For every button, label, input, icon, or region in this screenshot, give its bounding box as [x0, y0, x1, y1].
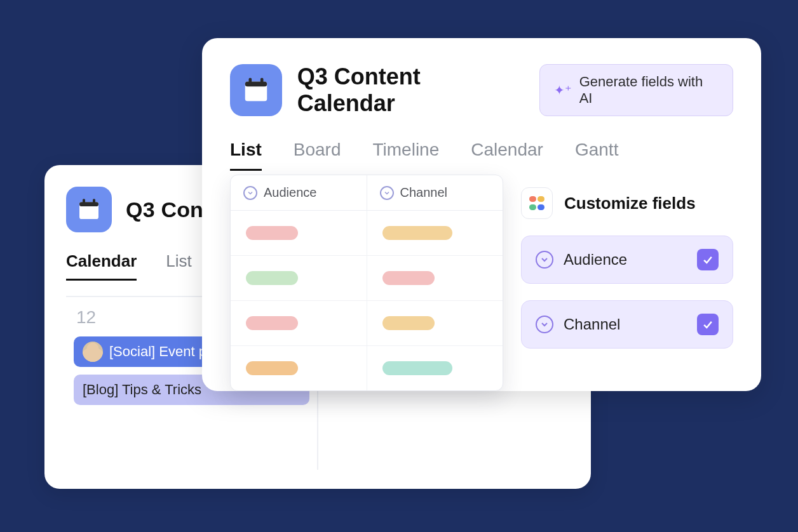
field-checkbox[interactable] — [697, 249, 719, 270]
check-icon — [701, 318, 714, 331]
value-pill — [246, 361, 298, 375]
svg-rect-5 — [245, 82, 267, 87]
cell-audience[interactable] — [231, 256, 367, 300]
svg-rect-10 — [529, 204, 536, 210]
value-pill — [246, 226, 298, 240]
generate-fields-ai-button[interactable]: ✦⁺ Generate fields with AI — [539, 64, 733, 116]
list-header-row: Audience Channel — [231, 175, 503, 211]
cell-channel[interactable] — [367, 211, 503, 255]
value-pill — [246, 316, 298, 330]
cell-audience[interactable] — [231, 211, 367, 255]
front-card-header: Q3 Content Calendar ✦⁺ Generate fields w… — [230, 63, 733, 117]
table-row — [231, 346, 503, 390]
field-label: Audience — [564, 251, 627, 269]
tab-gantt[interactable]: Gantt — [575, 140, 618, 171]
tab-list-back[interactable]: List — [166, 251, 191, 281]
field-toggle-audience[interactable]: Audience — [521, 236, 733, 284]
fields-icon — [521, 187, 553, 219]
tab-calendar[interactable]: Calendar — [471, 140, 543, 171]
cell-audience[interactable] — [231, 301, 367, 345]
customize-fields-panel: Customize fields Audience Channel — [521, 175, 733, 390]
svg-rect-1 — [79, 202, 98, 206]
value-pill — [382, 316, 435, 330]
customize-title-row: Customize fields — [521, 187, 733, 219]
cell-channel[interactable] — [367, 256, 503, 300]
list-preview-grid: Audience Channel — [230, 175, 503, 391]
svg-rect-2 — [83, 199, 85, 204]
tab-timeline[interactable]: Timeline — [373, 140, 440, 171]
cell-channel[interactable] — [367, 346, 503, 390]
table-row — [231, 301, 503, 346]
customize-title: Customize fields — [564, 194, 696, 213]
svg-rect-3 — [93, 199, 95, 204]
table-row — [231, 211, 503, 256]
sparkle-icon: ✦⁺ — [554, 84, 572, 96]
calendar-icon — [241, 76, 271, 105]
field-label: Channel — [564, 316, 620, 333]
event-label: [Blog] Tips & Tricks — [83, 382, 201, 398]
chevron-down-icon — [380, 186, 394, 200]
field-checkbox[interactable] — [697, 314, 719, 335]
front-body: Audience Channel — [230, 175, 733, 391]
list-view-card: Q3 Content Calendar ✦⁺ Generate fields w… — [202, 38, 761, 391]
svg-rect-6 — [248, 78, 252, 84]
chevron-down-icon — [243, 186, 257, 200]
check-icon — [701, 253, 714, 266]
svg-rect-11 — [538, 204, 544, 210]
column-label: Channel — [400, 185, 448, 200]
calendar-icon — [76, 197, 102, 222]
chevron-down-icon — [536, 251, 553, 269]
svg-rect-8 — [529, 196, 536, 202]
svg-rect-7 — [260, 78, 264, 84]
column-label: Audience — [264, 185, 316, 200]
avatar — [83, 342, 103, 362]
table-row — [231, 256, 503, 301]
column-header-audience[interactable]: Audience — [231, 175, 367, 210]
ai-button-label: Generate fields with AI — [579, 74, 719, 107]
chevron-down-icon — [536, 316, 553, 333]
front-page-title: Q3 Content Calendar — [297, 63, 524, 117]
field-toggle-channel[interactable]: Channel — [521, 300, 733, 349]
calendar-app-icon — [230, 64, 282, 116]
column-header-channel[interactable]: Channel — [367, 175, 503, 210]
value-pill — [382, 271, 435, 285]
value-pill — [382, 226, 452, 240]
front-tabs: List Board Timeline Calendar Gantt — [230, 140, 733, 171]
value-pill — [246, 271, 298, 285]
value-pill — [382, 361, 452, 375]
cell-channel[interactable] — [367, 301, 503, 345]
tab-list[interactable]: List — [230, 140, 262, 171]
cell-audience[interactable] — [231, 346, 367, 390]
calendar-app-icon — [66, 187, 112, 232]
svg-rect-9 — [538, 196, 544, 202]
tab-calendar[interactable]: Calendar — [66, 251, 137, 281]
tab-board[interactable]: Board — [294, 140, 341, 171]
